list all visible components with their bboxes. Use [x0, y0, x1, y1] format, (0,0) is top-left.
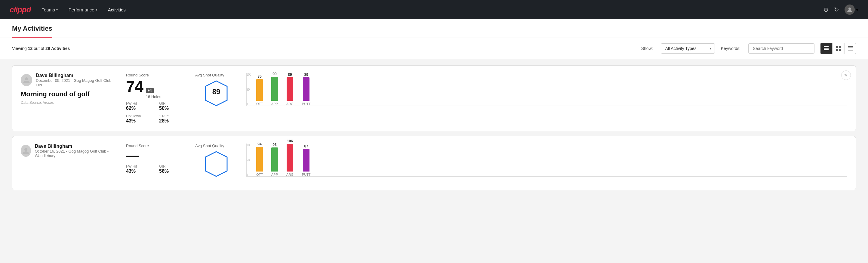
card-stats: Round Score — FW Hit 43% GIR 56% — [126, 144, 186, 174]
player-info: Dave Billingham October 16, 2021 - Gog M… — [35, 144, 117, 158]
refresh-icon[interactable]: ↻ — [834, 6, 839, 13]
svg-rect-10 — [848, 49, 852, 49]
bar-chart: 100 50 0 85 OTT 90 APP — [246, 73, 847, 112]
page-header: My Activities — [0, 19, 868, 38]
updown-label: Up/Down — [126, 114, 153, 118]
bar-arg: 106 ARG — [286, 139, 293, 176]
bar-putt: 89 PUTT — [302, 72, 311, 106]
edit-button[interactable]: ✎ — [841, 70, 851, 80]
activity-card: Dave Billingham October 16, 2021 - Gog M… — [12, 136, 856, 190]
performance-chevron-icon: ▾ — [96, 8, 97, 11]
gir-label: GIR — [159, 164, 186, 169]
fw-hit-value: 43% — [126, 169, 153, 174]
bar-app: 93 APP — [271, 143, 278, 176]
oneputt-value: 28% — [159, 118, 186, 124]
search-input[interactable] — [748, 43, 814, 54]
bar-app: 90 APP — [271, 72, 278, 106]
gir-stat: GIR 50% — [159, 101, 186, 111]
svg-rect-2 — [824, 48, 829, 49]
gir-value: 56% — [159, 169, 186, 174]
player-date: October 16, 2021 - Gog Magog Golf Club -… — [35, 149, 117, 158]
stat-grid: FW Hit 43% GIR 56% — [126, 164, 186, 174]
nav-teams[interactable]: Teams ▾ — [42, 7, 58, 12]
player-row: Dave Billingham December 05, 2021 - Gog … — [21, 73, 117, 87]
oneputt-stat: 1 Putt 28% — [159, 114, 186, 124]
card-info: Dave Billingham October 16, 2021 - Gog M… — [21, 144, 117, 160]
card-info: Dave Billingham December 05, 2021 - Gog … — [21, 73, 117, 105]
bar-putt: 87 PUTT — [302, 144, 311, 176]
view-grid-button[interactable] — [833, 43, 844, 54]
activity-title: Morning round of golf — [21, 90, 117, 98]
svg-rect-8 — [848, 46, 852, 47]
oneputt-label: 1 Putt — [159, 114, 186, 118]
nav-activities[interactable]: Activities — [108, 7, 126, 12]
navbar-right: ⊕ ↻ ▾ — [824, 4, 858, 15]
view-toggle-group — [820, 43, 856, 54]
activity-card: Dave Billingham December 05, 2021 - Gog … — [12, 65, 856, 131]
activity-type-dropdown[interactable]: All Activity Types — [661, 43, 715, 54]
svg-point-12 — [25, 77, 28, 80]
stat-grid: FW Hit 62% GIR 50% Up/Down 43% 1 Putt 28… — [126, 101, 186, 124]
round-score-wrap: 74 +4 18 Holes — [126, 79, 186, 99]
card-quality: Avg Shot Quality — [195, 144, 237, 175]
add-icon[interactable]: ⊕ — [824, 6, 829, 13]
activities-list: Dave Billingham December 05, 2021 - Gog … — [0, 59, 868, 201]
bar-chart: 100 50 0 94 OTT 93 APP — [246, 144, 847, 183]
holes-label: 18 Holes — [146, 94, 161, 99]
round-score-label: Round Score — [126, 73, 186, 77]
logo: clippd — [10, 5, 31, 14]
player-info: Dave Billingham December 05, 2021 - Gog … — [36, 73, 117, 87]
svg-rect-3 — [824, 49, 829, 50]
navbar-left: clippd Teams ▾ Performance ▾ Activities — [10, 5, 126, 14]
avatar — [844, 4, 855, 15]
gir-value: 50% — [159, 106, 186, 111]
view-list-button[interactable] — [820, 43, 832, 54]
svg-rect-1 — [824, 46, 829, 47]
svg-point-0 — [848, 7, 851, 10]
round-score-value: — — [126, 149, 138, 162]
round-score-wrap: — — [126, 149, 186, 162]
round-score-value: 74 — [126, 79, 144, 94]
avg-shot-title: Avg Shot Quality — [195, 73, 224, 77]
toolbar: Viewing 12 out of 29 Activities Show: Al… — [0, 38, 868, 59]
data-source: Data Source: Arccos — [21, 100, 117, 105]
updown-value: 43% — [126, 118, 153, 124]
fw-hit-label: FW Hit — [126, 164, 153, 169]
hex-score — [204, 150, 228, 175]
user-chevron-icon: ▾ — [856, 7, 858, 12]
avg-shot-title: Avg Shot Quality — [195, 144, 224, 148]
nav-performance[interactable]: Performance ▾ — [69, 7, 97, 12]
show-label: Show: — [641, 46, 653, 51]
activity-type-dropdown-wrap: All Activity Types — [661, 43, 715, 54]
player-name: Dave Billingham — [35, 144, 117, 149]
view-compact-button[interactable] — [844, 43, 856, 54]
bar-ott: 94 OTT — [256, 142, 263, 176]
svg-rect-6 — [836, 49, 838, 51]
page-title: My Activities — [12, 25, 52, 38]
viewing-count-text: Viewing 12 out of 29 Activities — [12, 46, 635, 51]
avatar — [21, 145, 31, 157]
hex-quality-value: 89 — [212, 88, 220, 96]
fw-hit-label: FW Hit — [126, 101, 153, 106]
updown-stat: Up/Down 43% — [126, 114, 153, 124]
svg-rect-7 — [839, 49, 841, 51]
avatar — [21, 74, 32, 86]
svg-rect-9 — [848, 48, 852, 48]
keywords-label: Keywords: — [721, 46, 741, 51]
gir-stat: GIR 56% — [159, 164, 186, 174]
svg-rect-11 — [848, 50, 852, 51]
card-stats: Round Score 74 +4 18 Holes FW Hit 62% GI… — [126, 73, 186, 124]
fw-hit-stat: FW Hit 62% — [126, 101, 153, 111]
bar-ott: 85 OTT — [256, 74, 263, 106]
svg-point-14 — [24, 148, 27, 151]
hex-score: 89 — [204, 80, 228, 104]
player-name: Dave Billingham — [36, 73, 117, 78]
bar-arg: 89 ARG — [286, 72, 293, 106]
svg-rect-5 — [839, 46, 841, 48]
svg-rect-4 — [836, 46, 838, 48]
fw-hit-stat: FW Hit 43% — [126, 164, 153, 174]
player-row: Dave Billingham October 16, 2021 - Gog M… — [21, 144, 117, 158]
user-menu[interactable]: ▾ — [844, 4, 858, 15]
gir-label: GIR — [159, 101, 186, 106]
round-score-label: Round Score — [126, 144, 186, 148]
